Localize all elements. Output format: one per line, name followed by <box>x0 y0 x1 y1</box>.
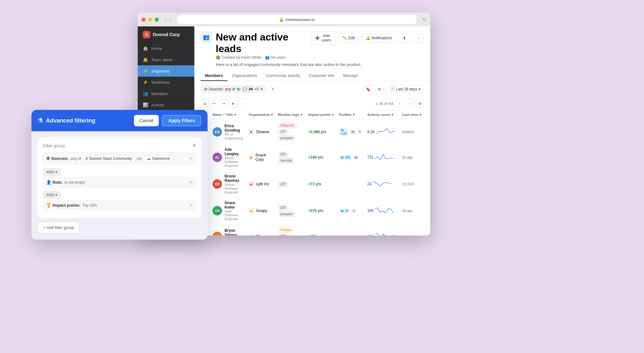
sidebar-item-workflows[interactable]: ⚡ Workflows <box>138 77 194 88</box>
impact-points-value: +73 pts <box>308 182 321 186</box>
and-connector-1[interactable]: AND ▾ <box>43 168 61 176</box>
filter-group-close-button[interactable]: ✕ <box>192 143 196 149</box>
sidebar-item-home[interactable]: 🏠 Home <box>138 43 194 54</box>
notifications-button[interactable]: 🔔 Notifications <box>362 34 396 42</box>
browser-url-bar[interactable]: 🔒 commonroom.io <box>177 15 416 24</box>
linkedin-badge: in <box>350 129 356 134</box>
segments-icon: ⚡ <box>143 68 148 73</box>
browser-minimize-dot[interactable] <box>148 18 152 22</box>
last-seen-value: 4d ago <box>402 235 413 236</box>
sidebar-item-label: Workflows <box>151 80 170 85</box>
member-title: VP of Engineering <box>225 133 243 140</box>
clock-icon: 🕐 <box>390 87 395 91</box>
export-button[interactable]: ⬇ <box>399 34 410 42</box>
prev-page-button[interactable]: ‹ <box>396 100 404 108</box>
last-seen-value: 6h ago <box>402 155 413 159</box>
next-page-button[interactable]: › <box>406 100 414 108</box>
activity-count-value: 24 <box>367 182 371 186</box>
tab-members[interactable]: Members <box>201 71 227 81</box>
af-cancel-button[interactable]: Cancel <box>134 115 159 126</box>
member-title: Senior Software Engineer <box>225 156 243 167</box>
more-ctrl-button[interactable]: ··· <box>238 100 247 108</box>
sidebar-item-activity[interactable]: 📊 Activity › <box>138 99 194 111</box>
twitter-badge: 🐦 1.2K <box>339 128 349 136</box>
sources-icon: ⚙ <box>204 87 208 91</box>
activity-count-value: 9.2K <box>367 130 375 134</box>
role-filter-remove[interactable]: ✕ <box>189 180 193 185</box>
add-filter-group-button[interactable]: + Add filter group <box>38 222 80 233</box>
undo-button[interactable]: ↩ <box>210 100 218 108</box>
browser-maximize-dot[interactable] <box>155 18 159 22</box>
table-controls: ⇄ ↩ ↪ ➤ ··· 1–40 of 419 ‹ › ⚙ <box>201 98 424 110</box>
edit-button[interactable]: ✏️ Edit <box>338 34 359 42</box>
sync-button[interactable]: ⇄ <box>201 100 209 108</box>
org-icon: ◆ <box>248 129 254 135</box>
sources-filter-remove[interactable]: ✕ <box>189 156 193 161</box>
member-tag: ICP <box>278 205 288 210</box>
browser-nav: ‹ › <box>165 17 171 22</box>
add-users-icon: ➕ <box>315 36 320 40</box>
add-filter-button[interactable]: + <box>269 85 277 93</box>
date-filter[interactable]: 🕐 Last 28 days ▾ <box>386 85 424 93</box>
tab-customer-info[interactable]: Customer info <box>304 71 339 81</box>
table-row: GK Grace Keller Staff Software Engineer … <box>201 198 424 224</box>
redo-button[interactable]: ↪ <box>219 100 228 108</box>
remove-filter-icon[interactable]: ✕ <box>260 87 263 91</box>
tab-manage[interactable]: Manage <box>339 71 362 81</box>
add-users-button[interactable]: ➕ Add users <box>311 31 336 45</box>
col-organization: Organization▾ <box>246 110 275 120</box>
org-name: Snack Corp <box>255 153 273 162</box>
tab-organizations[interactable]: Organizations <box>227 71 261 81</box>
member-title: Senior Software Engineer <box>225 183 243 194</box>
page-title: New and active leads <box>216 31 311 55</box>
role-filter-key: 👤 Role: <box>46 180 63 185</box>
sources-filter-icon: ⚙ <box>46 156 50 161</box>
sidebar-item-team-alerts[interactable]: 🔔 Team alerts <box>138 54 194 65</box>
sidebar-item-members[interactable]: 👥 Members › <box>138 88 194 99</box>
impact-points-cell: +2,486 pts <box>306 120 336 144</box>
and-connector-2[interactable]: AND ▾ <box>43 191 61 199</box>
browser-forward-button[interactable]: › <box>169 17 171 22</box>
browser-close-dot[interactable] <box>142 18 146 22</box>
last-seen-cell: 4d ago <box>400 224 424 236</box>
impact-points-cell: +73 pts <box>306 171 336 198</box>
sources-filter-chip[interactable]: ⚙ Sources: any of 🐦 💬 🎮 +5 ✕ <box>201 85 267 93</box>
activity-icon: 📊 <box>143 102 148 107</box>
org-cell: ◆ Shoeva <box>246 120 275 144</box>
impact-points-filter-remove[interactable]: ✕ <box>189 203 193 208</box>
refresh-icon[interactable]: ↻ <box>423 17 426 22</box>
member-tag: ICP <box>278 182 288 187</box>
table-row: EG Erica Gooding VP of Engineering ◆ Sho… <box>201 120 424 144</box>
last-seen-value: 3d ago <box>402 209 413 213</box>
page-description: Here is a list of engaged community memb… <box>216 62 424 67</box>
copy-button[interactable]: ⧉ <box>375 85 384 94</box>
activity-count-cell: 731 <box>365 144 400 171</box>
tab-community-activity[interactable]: Community activity <box>261 71 304 81</box>
company-logo: D Doored Corp <box>138 26 194 43</box>
member-tag: Pioneer <box>278 227 294 233</box>
member-tag: ICP <box>278 152 288 157</box>
bookmark-button[interactable]: 🔖 <box>364 85 373 94</box>
advanced-filter-panel: ⚗ Advanced filtering Cancel Apply Filter… <box>31 110 208 240</box>
filter-icon: ⚗ <box>38 117 43 124</box>
org-icon: ◆ <box>248 208 254 214</box>
plus-badge: + <box>352 209 357 213</box>
members-icon: 👥 <box>143 91 148 96</box>
more-button[interactable]: ··· <box>413 34 424 42</box>
sources-not-op: not <box>137 156 142 161</box>
send-button[interactable]: ➤ <box>229 100 237 108</box>
tags-cell: InfluencerICPprospect <box>275 120 306 144</box>
sidebar-item-label: Team alerts <box>151 57 172 62</box>
browser-back-button[interactable]: ‹ <box>165 17 167 22</box>
activity-count-cell: 24 <box>365 171 400 198</box>
company-logo-icon: D <box>143 31 150 38</box>
settings-button[interactable]: ⚙ <box>416 100 424 108</box>
url-text: commonroom.io <box>285 17 314 22</box>
member-name-cell: BR Bruno Ramirez Senior Software Enginee… <box>210 171 246 198</box>
af-apply-button[interactable]: Apply Filters <box>162 115 201 126</box>
discord-icon: 🎮 <box>248 87 253 91</box>
sidebar-item-segments[interactable]: ⚡ Segments <box>138 65 194 77</box>
af-title: ⚗ Advanced filtering <box>38 117 95 124</box>
member-name-cell: GK Grace Keller Staff Software Engineer <box>210 198 246 224</box>
activity-count-value: 185 <box>367 209 374 213</box>
